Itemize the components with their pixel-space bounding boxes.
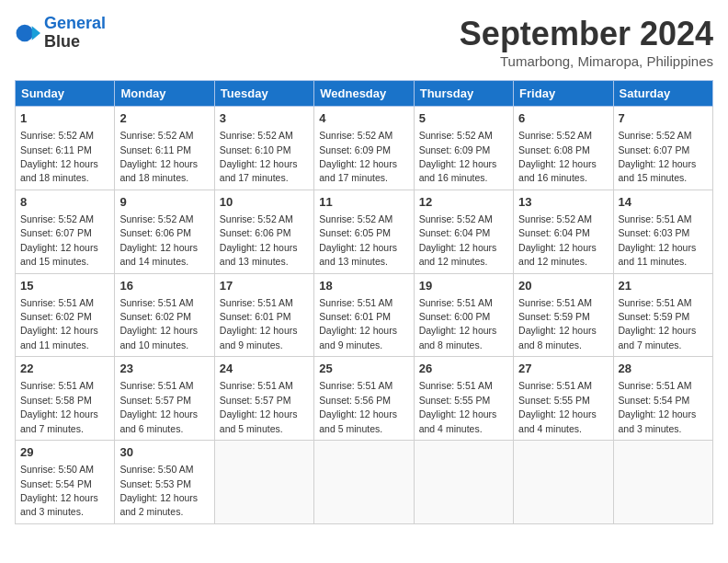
day-number: 8 <box>20 194 109 211</box>
calendar-day-header: Friday <box>514 81 613 107</box>
calendar-day-cell: 24 Sunrise: 5:51 AMSunset: 5:57 PMDaylig… <box>214 357 313 441</box>
calendar-day-cell: 7 Sunrise: 5:52 AMSunset: 6:07 PMDayligh… <box>613 107 712 190</box>
day-number: 30 <box>119 444 209 461</box>
day-info: Sunrise: 5:50 AMSunset: 5:53 PMDaylight:… <box>119 464 198 517</box>
calendar-day-header: Monday <box>115 81 214 107</box>
day-number: 17 <box>220 278 309 294</box>
calendar-day-cell: 4 Sunrise: 5:52 AMSunset: 6:09 PMDayligh… <box>314 107 414 190</box>
day-info: Sunrise: 5:51 AMSunset: 5:55 PMDaylight:… <box>419 380 497 433</box>
calendar-day-cell <box>514 441 613 524</box>
calendar-day-header: Tuesday <box>214 81 313 107</box>
day-info: Sunrise: 5:51 AMSunset: 5:57 PMDaylight:… <box>119 380 198 433</box>
day-number: 4 <box>319 110 408 127</box>
calendar-day-cell: 19 Sunrise: 5:51 AMSunset: 6:00 PMDaylig… <box>414 273 513 357</box>
day-info: Sunrise: 5:51 AMSunset: 5:59 PMDaylight:… <box>518 297 597 350</box>
day-number: 18 <box>319 278 408 294</box>
calendar-day-cell: 6 Sunrise: 5:52 AMSunset: 6:08 PMDayligh… <box>514 107 613 190</box>
calendar-day-cell <box>214 441 313 524</box>
day-info: Sunrise: 5:51 AMSunset: 6:01 PMDaylight:… <box>220 297 298 350</box>
day-info: Sunrise: 5:51 AMSunset: 5:56 PMDaylight:… <box>319 380 397 433</box>
calendar-day-header: Wednesday <box>314 81 414 107</box>
day-info: Sunrise: 5:51 AMSunset: 6:02 PMDaylight:… <box>119 297 198 350</box>
day-number: 25 <box>319 361 408 377</box>
day-info: Sunrise: 5:52 AMSunset: 6:07 PMDaylight:… <box>20 213 98 267</box>
calendar-week-row: 1 Sunrise: 5:52 AMSunset: 6:11 PMDayligh… <box>16 107 713 190</box>
day-info: Sunrise: 5:52 AMSunset: 6:07 PMDaylight:… <box>619 130 697 183</box>
day-number: 16 <box>119 278 209 294</box>
day-info: Sunrise: 5:51 AMSunset: 5:54 PMDaylight:… <box>619 380 697 433</box>
day-info: Sunrise: 5:52 AMSunset: 6:09 PMDaylight:… <box>319 130 397 183</box>
day-info: Sunrise: 5:51 AMSunset: 6:03 PMDaylight:… <box>619 213 697 267</box>
calendar-day-cell: 16 Sunrise: 5:51 AMSunset: 6:02 PMDaylig… <box>115 273 214 357</box>
day-number: 21 <box>619 278 708 294</box>
calendar-day-cell: 12 Sunrise: 5:52 AMSunset: 6:04 PMDaylig… <box>414 190 513 273</box>
calendar-day-cell: 3 Sunrise: 5:52 AMSunset: 6:10 PMDayligh… <box>214 107 313 190</box>
logo-text: General Blue <box>44 15 106 52</box>
calendar-day-cell: 25 Sunrise: 5:51 AMSunset: 5:56 PMDaylig… <box>314 357 414 441</box>
day-number: 2 <box>119 110 209 127</box>
calendar-day-cell: 27 Sunrise: 5:51 AMSunset: 5:55 PMDaylig… <box>514 357 613 441</box>
calendar-day-cell: 13 Sunrise: 5:52 AMSunset: 6:04 PMDaylig… <box>514 190 613 273</box>
day-info: Sunrise: 5:52 AMSunset: 6:04 PMDaylight:… <box>518 213 597 267</box>
day-number: 22 <box>20 361 109 377</box>
day-info: Sunrise: 5:52 AMSunset: 6:06 PMDaylight:… <box>119 213 198 267</box>
day-number: 10 <box>220 194 309 211</box>
calendar-day-header: Saturday <box>613 81 712 107</box>
day-info: Sunrise: 5:51 AMSunset: 6:00 PMDaylight:… <box>419 297 497 350</box>
calendar-day-cell <box>414 441 513 524</box>
calendar-day-cell: 1 Sunrise: 5:52 AMSunset: 6:11 PMDayligh… <box>16 107 115 190</box>
calendar-day-cell: 14 Sunrise: 5:51 AMSunset: 6:03 PMDaylig… <box>613 190 712 273</box>
day-number: 5 <box>419 110 508 127</box>
calendar-day-cell: 22 Sunrise: 5:51 AMSunset: 5:58 PMDaylig… <box>16 357 115 441</box>
calendar-day-cell: 8 Sunrise: 5:52 AMSunset: 6:07 PMDayligh… <box>16 190 115 273</box>
day-info: Sunrise: 5:52 AMSunset: 6:04 PMDaylight:… <box>419 213 497 267</box>
day-info: Sunrise: 5:52 AMSunset: 6:06 PMDaylight:… <box>220 213 298 267</box>
day-number: 12 <box>419 194 508 211</box>
calendar-day-cell: 30 Sunrise: 5:50 AMSunset: 5:53 PMDaylig… <box>115 441 214 524</box>
day-number: 11 <box>319 194 408 211</box>
month-title: September 2024 <box>460 15 713 53</box>
day-number: 24 <box>220 361 309 377</box>
title-block: September 2024 Tumarbong, Mimaropa, Phil… <box>460 15 713 69</box>
calendar-day-cell: 11 Sunrise: 5:52 AMSunset: 6:05 PMDaylig… <box>314 190 414 273</box>
day-number: 7 <box>619 110 708 127</box>
day-info: Sunrise: 5:52 AMSunset: 6:05 PMDaylight:… <box>319 213 397 267</box>
day-number: 19 <box>419 278 508 294</box>
day-info: Sunrise: 5:51 AMSunset: 5:57 PMDaylight:… <box>220 380 298 433</box>
calendar-day-cell <box>613 441 712 524</box>
day-info: Sunrise: 5:52 AMSunset: 6:08 PMDaylight:… <box>518 130 597 183</box>
calendar-day-cell: 2 Sunrise: 5:52 AMSunset: 6:11 PMDayligh… <box>115 107 214 190</box>
calendar-day-cell: 18 Sunrise: 5:51 AMSunset: 6:01 PMDaylig… <box>314 273 414 357</box>
day-info: Sunrise: 5:52 AMSunset: 6:10 PMDaylight:… <box>220 130 298 183</box>
calendar-day-header: Sunday <box>16 81 115 107</box>
day-info: Sunrise: 5:51 AMSunset: 5:55 PMDaylight:… <box>518 380 597 433</box>
day-info: Sunrise: 5:51 AMSunset: 6:02 PMDaylight:… <box>20 297 98 350</box>
calendar-day-cell: 23 Sunrise: 5:51 AMSunset: 5:57 PMDaylig… <box>115 357 214 441</box>
day-number: 15 <box>20 278 109 294</box>
page-header: General Blue September 2024 Tumarbong, M… <box>15 15 713 69</box>
day-number: 20 <box>518 278 608 294</box>
day-number: 9 <box>119 194 209 211</box>
day-number: 3 <box>220 110 309 127</box>
calendar-day-cell: 17 Sunrise: 5:51 AMSunset: 6:01 PMDaylig… <box>214 273 313 357</box>
logo: General Blue <box>15 15 106 52</box>
svg-marker-1 <box>32 26 40 40</box>
calendar-day-cell: 5 Sunrise: 5:52 AMSunset: 6:09 PMDayligh… <box>414 107 513 190</box>
day-info: Sunrise: 5:52 AMSunset: 6:09 PMDaylight:… <box>419 130 497 183</box>
calendar-day-cell <box>314 441 414 524</box>
calendar-day-cell: 28 Sunrise: 5:51 AMSunset: 5:54 PMDaylig… <box>613 357 712 441</box>
calendar-table: SundayMondayTuesdayWednesdayThursdayFrid… <box>15 80 713 524</box>
calendar-day-cell: 21 Sunrise: 5:51 AMSunset: 5:59 PMDaylig… <box>613 273 712 357</box>
calendar-day-header: Thursday <box>414 81 513 107</box>
day-number: 26 <box>419 361 508 377</box>
location-subtitle: Tumarbong, Mimaropa, Philippines <box>460 53 713 69</box>
day-number: 14 <box>619 194 708 211</box>
day-info: Sunrise: 5:52 AMSunset: 6:11 PMDaylight:… <box>20 130 98 183</box>
day-info: Sunrise: 5:51 AMSunset: 6:01 PMDaylight:… <box>319 297 397 350</box>
calendar-day-cell: 20 Sunrise: 5:51 AMSunset: 5:59 PMDaylig… <box>514 273 613 357</box>
logo-line1: General <box>44 14 106 32</box>
day-number: 27 <box>518 361 608 377</box>
calendar-week-row: 22 Sunrise: 5:51 AMSunset: 5:58 PMDaylig… <box>16 357 713 441</box>
svg-point-0 <box>17 24 34 41</box>
day-info: Sunrise: 5:50 AMSunset: 5:54 PMDaylight:… <box>20 464 98 517</box>
